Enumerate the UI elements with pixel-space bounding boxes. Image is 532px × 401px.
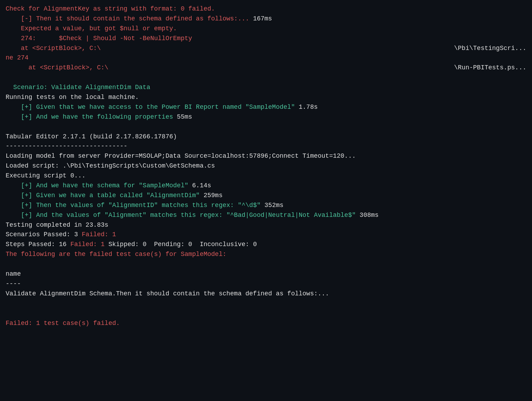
line-7: Scenario: Validate AlignmentDim Data — [6, 83, 526, 93]
line-8: Running tests on the local machine. — [6, 93, 526, 102]
blank-3 — [6, 259, 526, 269]
line-16: [+] And we have the schema for "SampleMo… — [6, 181, 526, 191]
line-14: Loaded script: .\Pbi\TestingScripts\Cust… — [6, 161, 526, 171]
line-21: Scenarios Passed: 3 Failed: 1 — [6, 230, 526, 240]
blank-1 — [6, 73, 526, 83]
line-20: Testing completed in 23.83s — [6, 220, 526, 230]
line-19: [+] And the values of "Alignment" matche… — [6, 211, 526, 220]
blank-5 — [6, 309, 526, 319]
line-5b: ne 274 — [6, 53, 526, 63]
line-15: Executing script 0... — [6, 171, 526, 181]
line-10: [+] And we have the following properties… — [6, 112, 526, 122]
line-18: [+] Then the values of "AlignmentID" mat… — [6, 201, 526, 211]
line-4: 274: $Check | Should -Not -BeNullOrEmpty — [6, 34, 526, 44]
line-2: [-] Then it should contain the schema de… — [6, 14, 526, 24]
line-12: -------------------------------- — [6, 142, 526, 151]
line-6: at <ScriptBlock>, C:\\Run-PBITests.ps... — [6, 63, 526, 73]
blank-2 — [6, 122, 526, 132]
line-3: Expected a value, but got $null or empty… — [6, 24, 526, 34]
line-22: Steps Passed: 16 Failed: 1 Skipped: 0 Pe… — [6, 240, 526, 250]
line-24: name — [6, 269, 526, 279]
line-1: Check for AlignmentKey as string with fo… — [6, 4, 526, 14]
terminal-output: Check for AlignmentKey as string with fo… — [6, 4, 526, 328]
line-27: Failed: 1 test case(s) failed. — [6, 319, 526, 328]
line-17: [+] Given we have a table called "Alignm… — [6, 191, 526, 201]
line-5: at <ScriptBlock>, C:\\Pbi\TestingScri... — [6, 44, 526, 54]
line-25: ---- — [6, 279, 526, 289]
line-13: Loading model from server Provider=MSOLA… — [6, 151, 526, 161]
line-26: Validate AlignmentDim Schema.Then it sho… — [6, 289, 526, 299]
line-9: [+] Given that we have access to the Pow… — [6, 102, 526, 112]
line-11: Tabular Editor 2.17.1 (build 2.17.8266.1… — [6, 132, 526, 142]
blank-4 — [6, 299, 526, 309]
line-23: The following are the failed test case(s… — [6, 250, 526, 259]
